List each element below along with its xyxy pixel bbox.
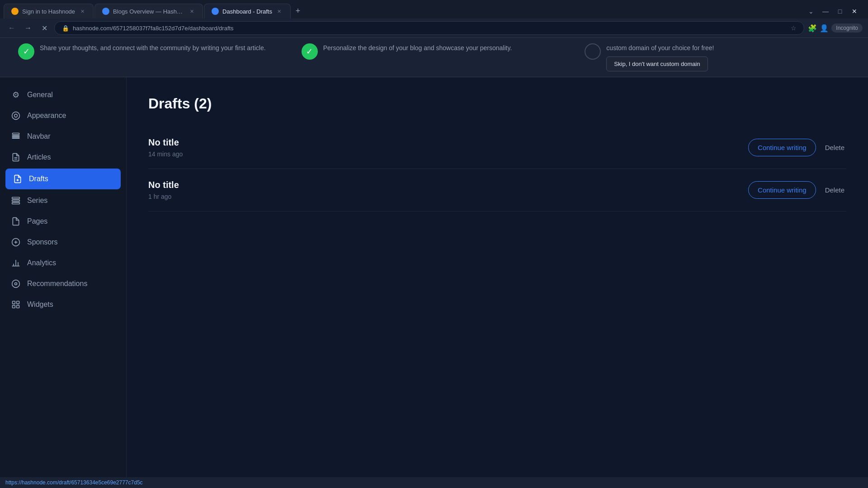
tab-dashboard-drafts[interactable]: Dashboard - Drafts ✕ [204,4,291,19]
address-bar[interactable]: 🔒 hashnode.com/6571258037f7fa8c152d7d7e/… [54,21,804,35]
svg-point-19 [12,280,20,288]
drafts-icon [13,174,23,184]
sidebar-item-analytics[interactable]: Analytics [0,253,126,273]
new-tab-button[interactable]: + [292,5,304,18]
restore-down-button[interactable]: ⌄ [805,5,817,18]
continue-writing-button-2[interactable]: Continue writing [748,181,816,199]
articles-icon [11,152,21,162]
window-controls: ⌄ — □ ✕ [805,5,864,18]
forward-button[interactable]: → [22,22,34,34]
bookmark-icon[interactable]: ☆ [791,24,797,32]
draft-actions-2: Continue writing Delete [748,181,846,199]
tab-close-1[interactable]: ✕ [79,8,86,15]
reload-button[interactable]: ✕ [38,22,51,34]
sidebar-label-general: General [27,91,53,99]
draft-time-2: 1 hr ago [148,193,179,200]
sidebar-label-series: Series [27,197,47,205]
svg-point-1 [14,114,18,117]
url-text: hashnode.com/6571258037f7fa8c152d7d7e/da… [73,25,787,32]
tab-favicon-2 [102,8,109,15]
tab-title-1: Sign in to Hashnode [22,8,75,15]
gear-icon: ⚙ [11,90,21,100]
sidebar-item-sponsors[interactable]: Sponsors [0,232,126,253]
sidebar-label-widgets: Widgets [27,300,53,309]
draft-item-2: No title 1 hr ago Continue writing Delet… [148,169,846,211]
svg-rect-10 [12,200,20,201]
tab-title-2: Blogs Overview — Hashnode [113,8,184,15]
tab-sign-in[interactable]: Sign in to Hashnode ✕ [4,4,94,19]
draft-actions-1: Continue writing Delete [748,139,846,156]
svg-rect-22 [17,301,19,304]
sidebar-label-appearance: Appearance [27,112,66,120]
svg-rect-23 [13,305,15,308]
svg-point-0 [12,112,20,120]
sidebar-label-pages: Pages [27,217,47,225]
status-url: https://hashnode.com/draft/65713634e5ce6… [5,479,143,486]
extensions-icon[interactable]: 🧩 [808,24,817,33]
banner-text-3: custom domain of your choice for free! [606,43,714,53]
widgets-icon [11,300,21,310]
main-layout: ⚙ General Appearance Navbar [0,77,868,488]
delete-button-1[interactable]: Delete [823,139,846,156]
page-title: Drafts (2) [148,95,846,112]
sidebar-item-general[interactable]: ⚙ General [0,84,126,105]
sidebar-item-articles[interactable]: Articles [0,147,126,168]
sidebar-label-navbar: Navbar [27,132,51,141]
lock-icon: 🔒 [62,25,69,32]
address-bar-row: ← → ✕ 🔒 hashnode.com/6571258037f7fa8c152… [0,19,868,38]
banner-check-icon-1: ✓ [18,43,34,60]
profile-icon[interactable]: 👤 [820,24,829,33]
sidebar-label-analytics: Analytics [27,259,56,267]
address-bar-actions: ☆ [791,24,797,32]
draft-time-1: 14 mins ago [148,150,183,158]
analytics-icon [11,258,21,268]
sidebar-item-recommendations[interactable]: Recommendations [0,273,126,294]
sidebar-item-drafts[interactable]: Drafts [5,169,121,189]
svg-point-20 [15,283,17,285]
minimize-button[interactable]: — [819,5,832,18]
back-button[interactable]: ← [5,22,18,34]
tab-favicon-3 [212,8,219,15]
draft-title-1: No title [148,137,183,148]
svg-rect-9 [12,197,20,199]
sidebar-item-series[interactable]: Series [0,190,126,211]
banner-text-1: Share your thoughts, and connect with th… [40,43,266,53]
sidebar-label-articles: Articles [27,153,51,161]
svg-rect-4 [13,138,19,139]
maximize-button[interactable]: □ [834,5,846,18]
browser-actions: 🧩 👤 Incognito [808,23,863,33]
banner-text-2: Personalize the design of your blog and … [323,43,512,53]
draft-title-2: No title [148,180,179,190]
sidebar-label-sponsors: Sponsors [27,238,58,246]
tab-favicon-1 [11,8,19,15]
continue-writing-button-1[interactable]: Continue writing [748,139,816,156]
banner-card-2: ✓ Personalize the design of your blog an… [302,43,567,71]
sidebar-item-pages[interactable]: Pages [0,211,126,232]
banner-check-icon-2: ✓ [302,43,318,60]
delete-button-2[interactable]: Delete [823,182,846,198]
banner-empty-icon [585,43,601,60]
tab-bar: Sign in to Hashnode ✕ Blogs Overview — H… [0,0,868,19]
recommendations-icon [11,279,21,289]
svg-rect-3 [13,136,19,136]
sidebar-item-appearance[interactable]: Appearance [0,105,126,126]
content-area: Drafts (2) No title 14 mins ago Continue… [127,77,868,488]
svg-rect-11 [12,202,20,204]
series-icon [11,196,21,206]
banner-card-1: ✓ Share your thoughts, and connect with … [18,43,283,71]
sidebar-item-widgets[interactable]: Widgets [0,294,126,315]
tab-close-2[interactable]: ✕ [188,8,195,15]
tab-blogs-overview[interactable]: Blogs Overview — Hashnode ✕ [94,4,203,19]
skip-domain-button[interactable]: Skip, I don't want custom domain [606,56,708,71]
sponsors-icon [11,237,21,247]
banner-card-3-content: custom domain of your choice for free! S… [606,43,714,71]
close-button[interactable]: ✕ [848,5,861,18]
browser-chrome: Sign in to Hashnode ✕ Blogs Overview — H… [0,0,868,38]
tab-close-3[interactable]: ✕ [276,8,283,15]
incognito-badge: Incognito [831,23,863,33]
sidebar-label-recommendations: Recommendations [27,280,87,288]
svg-rect-2 [13,133,19,135]
sidebar-label-drafts: Drafts [29,175,48,183]
sidebar-item-navbar[interactable]: Navbar [0,126,126,147]
top-banner: ✓ Share your thoughts, and connect with … [0,38,868,77]
